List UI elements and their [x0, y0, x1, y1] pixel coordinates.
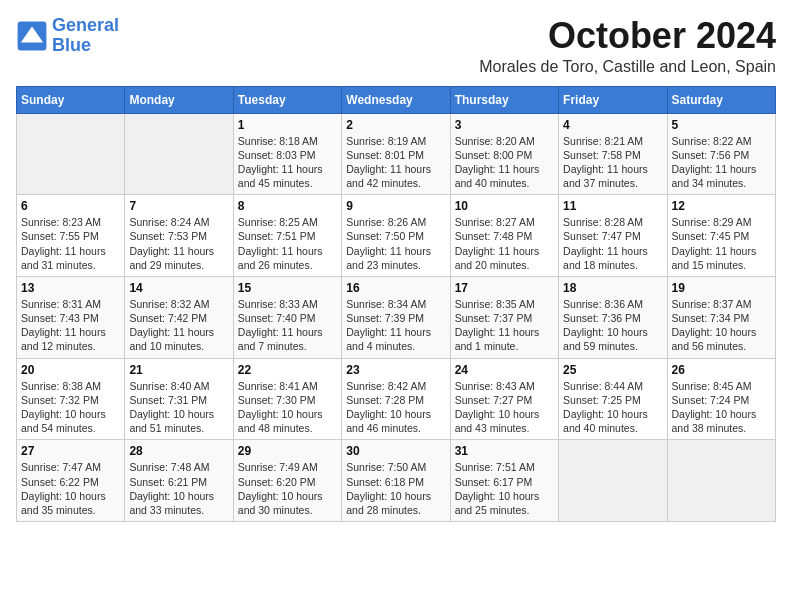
calendar-week-3: 13Sunrise: 8:31 AM Sunset: 7:43 PM Dayli…	[17, 276, 776, 358]
calendar-cell: 11Sunrise: 8:28 AM Sunset: 7:47 PM Dayli…	[559, 195, 667, 277]
day-detail: Sunrise: 8:27 AM Sunset: 7:48 PM Dayligh…	[455, 215, 554, 272]
weekday-header-tuesday: Tuesday	[233, 86, 341, 113]
calendar-cell: 23Sunrise: 8:42 AM Sunset: 7:28 PM Dayli…	[342, 358, 450, 440]
calendar-week-4: 20Sunrise: 8:38 AM Sunset: 7:32 PM Dayli…	[17, 358, 776, 440]
day-number: 11	[563, 199, 662, 213]
day-detail: Sunrise: 8:41 AM Sunset: 7:30 PM Dayligh…	[238, 379, 337, 436]
calendar-cell: 3Sunrise: 8:20 AM Sunset: 8:00 PM Daylig…	[450, 113, 558, 195]
weekday-header-thursday: Thursday	[450, 86, 558, 113]
calendar-cell: 24Sunrise: 8:43 AM Sunset: 7:27 PM Dayli…	[450, 358, 558, 440]
calendar-cell: 7Sunrise: 8:24 AM Sunset: 7:53 PM Daylig…	[125, 195, 233, 277]
day-detail: Sunrise: 8:26 AM Sunset: 7:50 PM Dayligh…	[346, 215, 445, 272]
day-detail: Sunrise: 8:38 AM Sunset: 7:32 PM Dayligh…	[21, 379, 120, 436]
calendar-cell	[17, 113, 125, 195]
calendar-cell	[667, 440, 775, 522]
day-detail: Sunrise: 8:34 AM Sunset: 7:39 PM Dayligh…	[346, 297, 445, 354]
calendar-table: SundayMondayTuesdayWednesdayThursdayFrid…	[16, 86, 776, 522]
calendar-cell: 25Sunrise: 8:44 AM Sunset: 7:25 PM Dayli…	[559, 358, 667, 440]
calendar-cell: 27Sunrise: 7:47 AM Sunset: 6:22 PM Dayli…	[17, 440, 125, 522]
day-detail: Sunrise: 8:22 AM Sunset: 7:56 PM Dayligh…	[672, 134, 771, 191]
day-number: 25	[563, 363, 662, 377]
month-title: October 2024	[479, 16, 776, 56]
calendar-body: 1Sunrise: 8:18 AM Sunset: 8:03 PM Daylig…	[17, 113, 776, 521]
day-number: 14	[129, 281, 228, 295]
calendar-cell: 14Sunrise: 8:32 AM Sunset: 7:42 PM Dayli…	[125, 276, 233, 358]
calendar-cell: 15Sunrise: 8:33 AM Sunset: 7:40 PM Dayli…	[233, 276, 341, 358]
day-number: 15	[238, 281, 337, 295]
day-number: 7	[129, 199, 228, 213]
day-number: 29	[238, 444, 337, 458]
calendar-cell: 26Sunrise: 8:45 AM Sunset: 7:24 PM Dayli…	[667, 358, 775, 440]
calendar-week-1: 1Sunrise: 8:18 AM Sunset: 8:03 PM Daylig…	[17, 113, 776, 195]
calendar-cell: 10Sunrise: 8:27 AM Sunset: 7:48 PM Dayli…	[450, 195, 558, 277]
day-detail: Sunrise: 8:28 AM Sunset: 7:47 PM Dayligh…	[563, 215, 662, 272]
weekday-header-saturday: Saturday	[667, 86, 775, 113]
weekday-header-wednesday: Wednesday	[342, 86, 450, 113]
day-detail: Sunrise: 8:40 AM Sunset: 7:31 PM Dayligh…	[129, 379, 228, 436]
calendar-cell: 17Sunrise: 8:35 AM Sunset: 7:37 PM Dayli…	[450, 276, 558, 358]
logo-line2: Blue	[52, 35, 91, 55]
day-detail: Sunrise: 8:44 AM Sunset: 7:25 PM Dayligh…	[563, 379, 662, 436]
day-number: 27	[21, 444, 120, 458]
calendar-week-2: 6Sunrise: 8:23 AM Sunset: 7:55 PM Daylig…	[17, 195, 776, 277]
day-number: 22	[238, 363, 337, 377]
weekday-header-friday: Friday	[559, 86, 667, 113]
day-number: 5	[672, 118, 771, 132]
day-detail: Sunrise: 7:50 AM Sunset: 6:18 PM Dayligh…	[346, 460, 445, 517]
calendar-cell: 5Sunrise: 8:22 AM Sunset: 7:56 PM Daylig…	[667, 113, 775, 195]
calendar-cell	[125, 113, 233, 195]
day-number: 2	[346, 118, 445, 132]
day-detail: Sunrise: 7:47 AM Sunset: 6:22 PM Dayligh…	[21, 460, 120, 517]
day-detail: Sunrise: 8:45 AM Sunset: 7:24 PM Dayligh…	[672, 379, 771, 436]
weekday-header-row: SundayMondayTuesdayWednesdayThursdayFrid…	[17, 86, 776, 113]
logo-icon	[16, 20, 48, 52]
day-detail: Sunrise: 8:24 AM Sunset: 7:53 PM Dayligh…	[129, 215, 228, 272]
day-detail: Sunrise: 8:33 AM Sunset: 7:40 PM Dayligh…	[238, 297, 337, 354]
day-number: 1	[238, 118, 337, 132]
day-number: 4	[563, 118, 662, 132]
day-number: 10	[455, 199, 554, 213]
day-number: 26	[672, 363, 771, 377]
calendar-cell: 16Sunrise: 8:34 AM Sunset: 7:39 PM Dayli…	[342, 276, 450, 358]
calendar-cell: 6Sunrise: 8:23 AM Sunset: 7:55 PM Daylig…	[17, 195, 125, 277]
day-number: 31	[455, 444, 554, 458]
day-number: 3	[455, 118, 554, 132]
calendar-cell: 30Sunrise: 7:50 AM Sunset: 6:18 PM Dayli…	[342, 440, 450, 522]
day-detail: Sunrise: 8:31 AM Sunset: 7:43 PM Dayligh…	[21, 297, 120, 354]
location: Morales de Toro, Castille and Leon, Spai…	[479, 58, 776, 76]
day-detail: Sunrise: 8:18 AM Sunset: 8:03 PM Dayligh…	[238, 134, 337, 191]
day-detail: Sunrise: 8:36 AM Sunset: 7:36 PM Dayligh…	[563, 297, 662, 354]
calendar-cell: 2Sunrise: 8:19 AM Sunset: 8:01 PM Daylig…	[342, 113, 450, 195]
day-number: 19	[672, 281, 771, 295]
day-number: 6	[21, 199, 120, 213]
day-number: 12	[672, 199, 771, 213]
day-detail: Sunrise: 8:32 AM Sunset: 7:42 PM Dayligh…	[129, 297, 228, 354]
calendar-week-5: 27Sunrise: 7:47 AM Sunset: 6:22 PM Dayli…	[17, 440, 776, 522]
title-block: October 2024 Morales de Toro, Castille a…	[479, 16, 776, 76]
calendar-cell: 22Sunrise: 8:41 AM Sunset: 7:30 PM Dayli…	[233, 358, 341, 440]
calendar-cell	[559, 440, 667, 522]
calendar-cell: 13Sunrise: 8:31 AM Sunset: 7:43 PM Dayli…	[17, 276, 125, 358]
day-detail: Sunrise: 8:25 AM Sunset: 7:51 PM Dayligh…	[238, 215, 337, 272]
calendar-cell: 8Sunrise: 8:25 AM Sunset: 7:51 PM Daylig…	[233, 195, 341, 277]
day-detail: Sunrise: 8:35 AM Sunset: 7:37 PM Dayligh…	[455, 297, 554, 354]
logo-text: General Blue	[52, 16, 119, 56]
day-detail: Sunrise: 8:23 AM Sunset: 7:55 PM Dayligh…	[21, 215, 120, 272]
calendar-cell: 21Sunrise: 8:40 AM Sunset: 7:31 PM Dayli…	[125, 358, 233, 440]
weekday-header-sunday: Sunday	[17, 86, 125, 113]
day-detail: Sunrise: 8:43 AM Sunset: 7:27 PM Dayligh…	[455, 379, 554, 436]
day-number: 9	[346, 199, 445, 213]
day-number: 21	[129, 363, 228, 377]
page-header: General Blue October 2024 Morales de Tor…	[16, 16, 776, 76]
calendar-cell: 28Sunrise: 7:48 AM Sunset: 6:21 PM Dayli…	[125, 440, 233, 522]
logo-line1: General	[52, 15, 119, 35]
calendar-cell: 19Sunrise: 8:37 AM Sunset: 7:34 PM Dayli…	[667, 276, 775, 358]
day-number: 16	[346, 281, 445, 295]
day-number: 17	[455, 281, 554, 295]
calendar-cell: 4Sunrise: 8:21 AM Sunset: 7:58 PM Daylig…	[559, 113, 667, 195]
day-number: 8	[238, 199, 337, 213]
day-detail: Sunrise: 8:37 AM Sunset: 7:34 PM Dayligh…	[672, 297, 771, 354]
weekday-header-monday: Monday	[125, 86, 233, 113]
logo: General Blue	[16, 16, 119, 56]
day-detail: Sunrise: 8:21 AM Sunset: 7:58 PM Dayligh…	[563, 134, 662, 191]
